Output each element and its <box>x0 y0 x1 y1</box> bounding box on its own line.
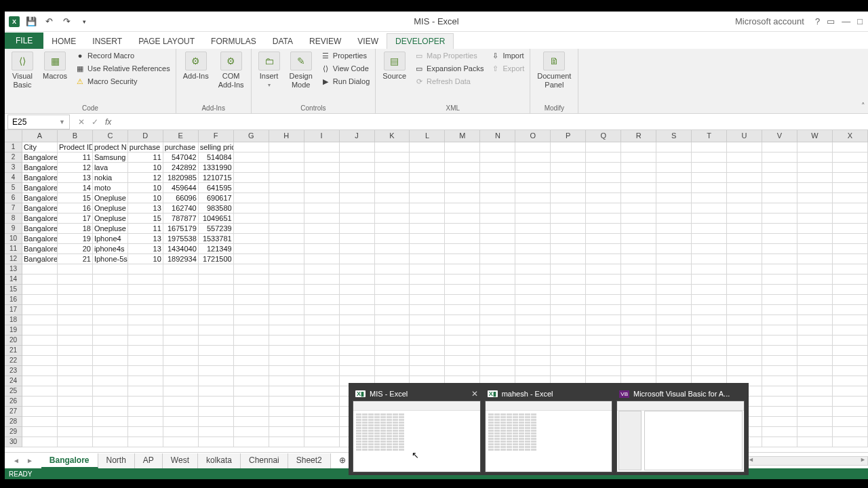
cell[interactable] <box>762 173 797 183</box>
cell[interactable] <box>269 366 304 376</box>
cell[interactable] <box>410 356 445 366</box>
cell[interactable] <box>797 203 833 214</box>
cell[interactable] <box>551 336 586 346</box>
cell[interactable] <box>234 325 269 336</box>
cell[interactable] <box>340 142 375 152</box>
cell[interactable] <box>515 152 551 163</box>
cell[interactable] <box>304 203 340 214</box>
row-header[interactable]: 11 <box>5 244 22 254</box>
row-header[interactable]: 4 <box>5 173 22 183</box>
cell[interactable] <box>762 376 797 386</box>
sheet-tab-west[interactable]: West <box>163 453 198 468</box>
row-header[interactable]: 7 <box>5 203 22 214</box>
cell[interactable] <box>727 234 762 244</box>
undo-icon[interactable]: ↶ <box>43 16 55 28</box>
cell[interactable]: 13 <box>128 234 163 244</box>
column-header[interactable]: X <box>833 130 868 142</box>
cell[interactable] <box>797 264 833 274</box>
task-thumbnail[interactable]: X▮MIS - Excel✕↖ <box>353 387 481 472</box>
row-header[interactable]: 6 <box>5 193 22 203</box>
cell[interactable] <box>727 315 762 325</box>
cell[interactable] <box>692 152 727 163</box>
column-header[interactable]: A <box>22 130 58 142</box>
cell[interactable]: 10 <box>128 193 163 203</box>
cell[interactable] <box>269 152 304 163</box>
cell[interactable] <box>727 152 762 163</box>
cell[interactable] <box>762 396 797 407</box>
cell[interactable] <box>762 325 797 336</box>
cell[interactable] <box>163 295 199 305</box>
cell[interactable] <box>375 163 410 173</box>
cell[interactable] <box>269 285 304 295</box>
cell[interactable] <box>340 214 375 224</box>
cell[interactable] <box>269 203 304 214</box>
cell[interactable] <box>199 386 234 396</box>
cell[interactable] <box>410 203 445 214</box>
cell[interactable] <box>656 152 692 163</box>
cell[interactable] <box>375 173 410 183</box>
cell[interactable] <box>410 336 445 346</box>
properties-button[interactable]: ☰Properties <box>319 50 371 61</box>
cell[interactable]: 21 <box>58 254 93 264</box>
cell[interactable]: Bangalore <box>22 152 58 163</box>
cell[interactable]: 641595 <box>199 183 234 193</box>
cell[interactable] <box>621 274 656 285</box>
cell[interactable] <box>727 193 762 203</box>
cell[interactable] <box>199 336 234 346</box>
cell[interactable] <box>93 386 128 396</box>
sheet-tab-ap[interactable]: AP <box>135 453 163 468</box>
cell[interactable] <box>656 305 692 315</box>
record-macro-button[interactable]: ●Record Macro <box>74 50 172 61</box>
row-header[interactable]: 2 <box>5 152 22 163</box>
cell[interactable] <box>375 183 410 193</box>
cell[interactable] <box>727 295 762 305</box>
cell[interactable] <box>480 224 515 234</box>
cell[interactable] <box>375 325 410 336</box>
ribbon-tab-developer[interactable]: DEVELOPER <box>387 33 454 49</box>
cell[interactable] <box>445 183 480 193</box>
cell[interactable] <box>692 336 727 346</box>
cell[interactable] <box>445 254 480 264</box>
cell[interactable] <box>340 305 375 315</box>
cell[interactable] <box>234 417 269 427</box>
cell[interactable] <box>128 285 163 295</box>
cell[interactable] <box>234 407 269 417</box>
cell[interactable] <box>762 254 797 264</box>
cell[interactable] <box>515 173 551 183</box>
cell[interactable] <box>22 305 58 315</box>
cell[interactable] <box>727 274 762 285</box>
cell[interactable] <box>515 254 551 264</box>
cell[interactable] <box>269 264 304 274</box>
cell[interactable] <box>621 346 656 356</box>
cell[interactable] <box>586 315 621 325</box>
cell[interactable] <box>22 407 58 417</box>
cell[interactable] <box>234 366 269 376</box>
cell[interactable] <box>375 244 410 254</box>
cell[interactable] <box>656 254 692 264</box>
cell[interactable] <box>269 254 304 264</box>
cell[interactable] <box>833 336 868 346</box>
map-properties-button[interactable]: ▭Map Properties <box>413 50 485 61</box>
cell[interactable] <box>269 336 304 346</box>
cell[interactable] <box>727 142 762 152</box>
cell[interactable] <box>58 396 93 407</box>
cell[interactable] <box>269 346 304 356</box>
cell[interactable] <box>621 173 656 183</box>
cell[interactable]: 121349 <box>199 244 234 254</box>
cell[interactable] <box>621 244 656 254</box>
cell[interactable] <box>762 315 797 325</box>
cell[interactable]: City <box>22 142 58 152</box>
cell[interactable] <box>375 224 410 234</box>
cell[interactable]: 1675179 <box>163 224 199 234</box>
cell[interactable] <box>58 346 93 356</box>
cell[interactable] <box>797 305 833 315</box>
cell[interactable] <box>762 366 797 376</box>
cell[interactable] <box>234 193 269 203</box>
cell[interactable] <box>340 254 375 264</box>
cell[interactable] <box>234 264 269 274</box>
cell[interactable]: 16 <box>58 203 93 214</box>
cell[interactable] <box>586 214 621 224</box>
cell[interactable]: 1331990 <box>199 163 234 173</box>
column-header[interactable]: S <box>656 130 692 142</box>
cell[interactable]: 12 <box>128 173 163 183</box>
